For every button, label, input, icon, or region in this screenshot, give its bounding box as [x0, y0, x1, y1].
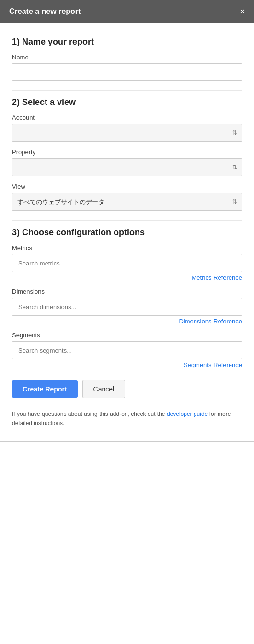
account-select-wrapper — [12, 124, 242, 142]
create-report-button[interactable]: Create Report — [12, 380, 78, 398]
name-label: Name — [12, 54, 242, 61]
modal-header: Create a new report × — [0, 0, 254, 23]
segments-group: Segments Segments Reference — [12, 332, 242, 368]
view-select-wrapper: すべてのウェブサイトのデータ — [12, 193, 242, 211]
account-label: Account — [12, 114, 242, 121]
dimensions-search-input[interactable] — [12, 298, 242, 316]
create-report-modal: Create a new report × 1) Name your repor… — [0, 0, 254, 442]
section-name-report: 1) Name your report Name — [12, 37, 242, 80]
section-config: 3) Choose configuration options Metrics … — [12, 228, 242, 368]
dimensions-label: Dimensions — [12, 288, 242, 295]
segments-search-input[interactable] — [12, 341, 242, 359]
view-select[interactable]: すべてのウェブサイトのデータ — [12, 193, 242, 211]
developer-guide-link[interactable]: developer guide — [167, 411, 208, 417]
dimensions-reference-link[interactable]: Dimensions Reference — [12, 318, 242, 325]
metrics-group: Metrics Metrics Reference — [12, 244, 242, 281]
property-select-wrapper — [12, 158, 242, 176]
divider-1 — [12, 90, 242, 91]
account-select[interactable] — [12, 124, 242, 142]
dimensions-group: Dimensions Dimensions Reference — [12, 288, 242, 325]
section3-title: 3) Choose configuration options — [12, 228, 242, 238]
modal-body: 1) Name your report Name 2) Select a vie… — [0, 23, 254, 441]
property-label: Property — [12, 149, 242, 156]
metrics-reference-link[interactable]: Metrics Reference — [12, 274, 242, 281]
section2-title: 2) Select a view — [12, 97, 242, 107]
button-row: Create Report Cancel — [12, 380, 242, 398]
cancel-button[interactable]: Cancel — [82, 380, 126, 398]
view-label: View — [12, 183, 242, 190]
footer-text: If you have questions about using this a… — [12, 410, 242, 428]
metrics-label: Metrics — [12, 244, 242, 252]
section1-title: 1) Name your report — [12, 37, 242, 47]
close-button[interactable]: × — [240, 7, 245, 16]
property-select[interactable] — [12, 158, 242, 176]
section-select-view: 2) Select a view Account Property View す… — [12, 97, 242, 211]
modal-title: Create a new report — [9, 7, 81, 16]
divider-2 — [12, 220, 242, 221]
segments-reference-link[interactable]: Segments Reference — [12, 361, 242, 368]
report-name-input[interactable] — [12, 63, 242, 80]
segments-label: Segments — [12, 332, 242, 339]
metrics-search-input[interactable] — [12, 254, 242, 272]
